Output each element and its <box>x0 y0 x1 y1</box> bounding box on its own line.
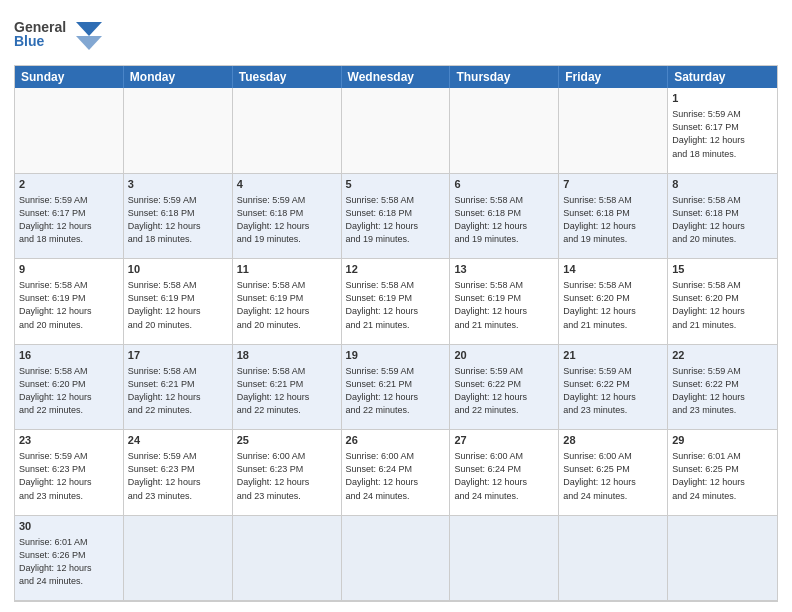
calendar-cell <box>342 88 451 174</box>
cell-date-number: 5 <box>346 177 446 192</box>
cell-date-number: 22 <box>672 348 773 363</box>
calendar-cell <box>559 88 668 174</box>
cell-date-number: 10 <box>128 262 228 277</box>
cell-sun-info: Sunrise: 5:58 AM Sunset: 6:18 PM Dayligh… <box>454 194 554 246</box>
cell-sun-info: Sunrise: 6:00 AM Sunset: 6:25 PM Dayligh… <box>563 450 663 502</box>
cell-sun-info: Sunrise: 5:59 AM Sunset: 6:17 PM Dayligh… <box>19 194 119 246</box>
svg-text:Blue: Blue <box>14 33 45 49</box>
calendar-cell: 7Sunrise: 5:58 AM Sunset: 6:18 PM Daylig… <box>559 174 668 260</box>
cell-date-number: 14 <box>563 262 663 277</box>
calendar-grid: 1Sunrise: 5:59 AM Sunset: 6:17 PM Daylig… <box>15 88 777 601</box>
cell-date-number: 17 <box>128 348 228 363</box>
cell-sun-info: Sunrise: 5:58 AM Sunset: 6:21 PM Dayligh… <box>237 365 337 417</box>
cell-date-number: 6 <box>454 177 554 192</box>
cell-date-number: 2 <box>19 177 119 192</box>
calendar-cell: 18Sunrise: 5:58 AM Sunset: 6:21 PM Dayli… <box>233 345 342 431</box>
cell-date-number: 25 <box>237 433 337 448</box>
calendar-cell: 5Sunrise: 5:58 AM Sunset: 6:18 PM Daylig… <box>342 174 451 260</box>
calendar-cell: 26Sunrise: 6:00 AM Sunset: 6:24 PM Dayli… <box>342 430 451 516</box>
day-headers: SundayMondayTuesdayWednesdayThursdayFrid… <box>15 66 777 88</box>
calendar-cell: 25Sunrise: 6:00 AM Sunset: 6:23 PM Dayli… <box>233 430 342 516</box>
cell-sun-info: Sunrise: 5:59 AM Sunset: 6:23 PM Dayligh… <box>19 450 119 502</box>
cell-date-number: 27 <box>454 433 554 448</box>
cell-sun-info: Sunrise: 6:00 AM Sunset: 6:23 PM Dayligh… <box>237 450 337 502</box>
generalblue-logo: General Blue <box>14 14 104 59</box>
cell-date-number: 23 <box>19 433 119 448</box>
cell-date-number: 19 <box>346 348 446 363</box>
cell-date-number: 18 <box>237 348 337 363</box>
cell-date-number: 13 <box>454 262 554 277</box>
calendar-cell: 20Sunrise: 5:59 AM Sunset: 6:22 PM Dayli… <box>450 345 559 431</box>
cell-date-number: 24 <box>128 433 228 448</box>
calendar-cell: 13Sunrise: 5:58 AM Sunset: 6:19 PM Dayli… <box>450 259 559 345</box>
calendar-cell <box>233 516 342 602</box>
calendar-cell <box>124 88 233 174</box>
calendar-cell: 28Sunrise: 6:00 AM Sunset: 6:25 PM Dayli… <box>559 430 668 516</box>
calendar-cell: 23Sunrise: 5:59 AM Sunset: 6:23 PM Dayli… <box>15 430 124 516</box>
calendar-cell <box>450 516 559 602</box>
calendar-cell <box>233 88 342 174</box>
calendar: SundayMondayTuesdayWednesdayThursdayFrid… <box>14 65 778 602</box>
calendar-cell <box>124 516 233 602</box>
cell-date-number: 7 <box>563 177 663 192</box>
calendar-cell <box>668 516 777 602</box>
calendar-cell: 4Sunrise: 5:59 AM Sunset: 6:18 PM Daylig… <box>233 174 342 260</box>
calendar-cell: 27Sunrise: 6:00 AM Sunset: 6:24 PM Dayli… <box>450 430 559 516</box>
calendar-cell: 15Sunrise: 5:58 AM Sunset: 6:20 PM Dayli… <box>668 259 777 345</box>
cell-date-number: 20 <box>454 348 554 363</box>
cell-sun-info: Sunrise: 5:59 AM Sunset: 6:18 PM Dayligh… <box>128 194 228 246</box>
cell-sun-info: Sunrise: 5:58 AM Sunset: 6:18 PM Dayligh… <box>346 194 446 246</box>
cell-sun-info: Sunrise: 5:58 AM Sunset: 6:19 PM Dayligh… <box>128 279 228 331</box>
day-header-thursday: Thursday <box>450 66 559 88</box>
calendar-cell: 29Sunrise: 6:01 AM Sunset: 6:25 PM Dayli… <box>668 430 777 516</box>
svg-marker-2 <box>76 22 102 36</box>
cell-sun-info: Sunrise: 5:59 AM Sunset: 6:22 PM Dayligh… <box>563 365 663 417</box>
cell-sun-info: Sunrise: 5:59 AM Sunset: 6:18 PM Dayligh… <box>237 194 337 246</box>
cell-sun-info: Sunrise: 6:01 AM Sunset: 6:26 PM Dayligh… <box>19 536 119 588</box>
calendar-cell: 16Sunrise: 5:58 AM Sunset: 6:20 PM Dayli… <box>15 345 124 431</box>
cell-sun-info: Sunrise: 5:58 AM Sunset: 6:21 PM Dayligh… <box>128 365 228 417</box>
cell-date-number: 21 <box>563 348 663 363</box>
cell-sun-info: Sunrise: 5:58 AM Sunset: 6:18 PM Dayligh… <box>672 194 773 246</box>
cell-date-number: 15 <box>672 262 773 277</box>
cell-date-number: 3 <box>128 177 228 192</box>
day-header-tuesday: Tuesday <box>233 66 342 88</box>
cell-sun-info: Sunrise: 5:59 AM Sunset: 6:17 PM Dayligh… <box>672 108 773 160</box>
logo: General Blue <box>14 14 104 59</box>
cell-sun-info: Sunrise: 5:58 AM Sunset: 6:19 PM Dayligh… <box>454 279 554 331</box>
calendar-cell: 3Sunrise: 5:59 AM Sunset: 6:18 PM Daylig… <box>124 174 233 260</box>
calendar-cell: 12Sunrise: 5:58 AM Sunset: 6:19 PM Dayli… <box>342 259 451 345</box>
cell-date-number: 29 <box>672 433 773 448</box>
header: General Blue <box>14 10 778 59</box>
cell-sun-info: Sunrise: 5:58 AM Sunset: 6:20 PM Dayligh… <box>19 365 119 417</box>
calendar-cell: 30Sunrise: 6:01 AM Sunset: 6:26 PM Dayli… <box>15 516 124 602</box>
cell-sun-info: Sunrise: 5:58 AM Sunset: 6:19 PM Dayligh… <box>346 279 446 331</box>
calendar-cell <box>559 516 668 602</box>
calendar-cell: 9Sunrise: 5:58 AM Sunset: 6:19 PM Daylig… <box>15 259 124 345</box>
calendar-cell: 8Sunrise: 5:58 AM Sunset: 6:18 PM Daylig… <box>668 174 777 260</box>
cell-date-number: 11 <box>237 262 337 277</box>
cell-date-number: 9 <box>19 262 119 277</box>
cell-date-number: 28 <box>563 433 663 448</box>
cell-date-number: 26 <box>346 433 446 448</box>
day-header-sunday: Sunday <box>15 66 124 88</box>
cell-sun-info: Sunrise: 5:58 AM Sunset: 6:19 PM Dayligh… <box>237 279 337 331</box>
cell-date-number: 16 <box>19 348 119 363</box>
cell-sun-info: Sunrise: 5:58 AM Sunset: 6:20 PM Dayligh… <box>563 279 663 331</box>
calendar-cell: 17Sunrise: 5:58 AM Sunset: 6:21 PM Dayli… <box>124 345 233 431</box>
calendar-cell: 6Sunrise: 5:58 AM Sunset: 6:18 PM Daylig… <box>450 174 559 260</box>
cell-sun-info: Sunrise: 5:59 AM Sunset: 6:22 PM Dayligh… <box>454 365 554 417</box>
cell-date-number: 8 <box>672 177 773 192</box>
cell-sun-info: Sunrise: 6:01 AM Sunset: 6:25 PM Dayligh… <box>672 450 773 502</box>
cell-sun-info: Sunrise: 5:58 AM Sunset: 6:19 PM Dayligh… <box>19 279 119 331</box>
day-header-wednesday: Wednesday <box>342 66 451 88</box>
cell-date-number: 4 <box>237 177 337 192</box>
cell-date-number: 12 <box>346 262 446 277</box>
calendar-cell: 21Sunrise: 5:59 AM Sunset: 6:22 PM Dayli… <box>559 345 668 431</box>
day-header-friday: Friday <box>559 66 668 88</box>
cell-sun-info: Sunrise: 5:58 AM Sunset: 6:20 PM Dayligh… <box>672 279 773 331</box>
cell-date-number: 1 <box>672 91 773 106</box>
calendar-cell <box>450 88 559 174</box>
svg-marker-3 <box>76 36 102 50</box>
calendar-cell: 10Sunrise: 5:58 AM Sunset: 6:19 PM Dayli… <box>124 259 233 345</box>
